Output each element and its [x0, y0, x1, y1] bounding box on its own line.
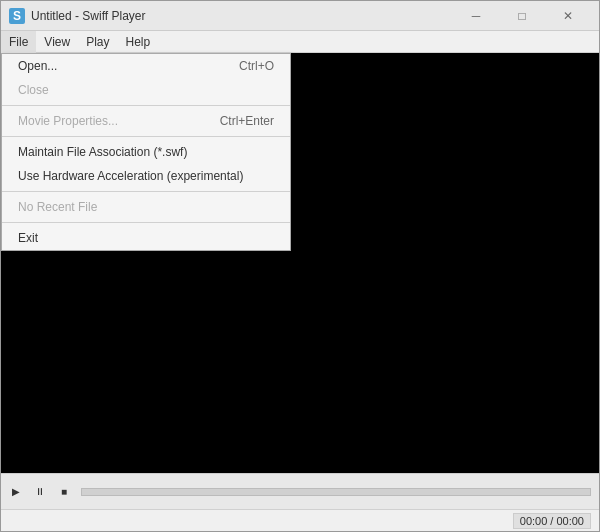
file-dropdown-menu: Open... Ctrl+O Close Movie Properties...… [1, 53, 291, 251]
controls-bar: ▶ ⏸ ■ [1, 473, 599, 509]
menu-item-view[interactable]: View [36, 31, 78, 53]
menu-exit[interactable]: Exit [2, 226, 290, 250]
menu-no-recent-file: No Recent File [2, 195, 290, 219]
app-icon: S [9, 8, 25, 24]
menu-movie-properties: Movie Properties... Ctrl+Enter [2, 109, 290, 133]
menu-hardware-acceleration[interactable]: Use Hardware Acceleration (experimental) [2, 164, 290, 188]
stop-button[interactable]: ■ [53, 481, 75, 503]
status-bar: 00:00 / 00:00 [1, 509, 599, 531]
window-controls: ─ □ ✕ [453, 1, 591, 31]
app-window: S Untitled - Swiff Player ─ □ ✕ File Vie… [0, 0, 600, 532]
menu-bar: File View Play Help Open... Ctrl+O Close [1, 31, 599, 53]
close-button[interactable]: ✕ [545, 1, 591, 31]
progress-bar[interactable] [81, 488, 591, 496]
menu-item-help[interactable]: Help [117, 31, 158, 53]
menu-item-file[interactable]: File [1, 31, 36, 53]
time-display: 00:00 / 00:00 [513, 513, 591, 529]
separator-2 [2, 136, 290, 137]
menu-item-play[interactable]: Play [78, 31, 117, 53]
separator-3 [2, 191, 290, 192]
menu-open[interactable]: Open... Ctrl+O [2, 54, 290, 78]
maximize-button[interactable]: □ [499, 1, 545, 31]
title-bar: S Untitled - Swiff Player ─ □ ✕ [1, 1, 599, 31]
separator-1 [2, 105, 290, 106]
window-title: Untitled - Swiff Player [31, 9, 453, 23]
pause-button[interactable]: ⏸ [29, 481, 51, 503]
minimize-button[interactable]: ─ [453, 1, 499, 31]
menu-close: Close [2, 78, 290, 102]
play-button[interactable]: ▶ [5, 481, 27, 503]
menu-maintain-file-association[interactable]: Maintain File Association (*.swf) [2, 140, 290, 164]
separator-4 [2, 222, 290, 223]
